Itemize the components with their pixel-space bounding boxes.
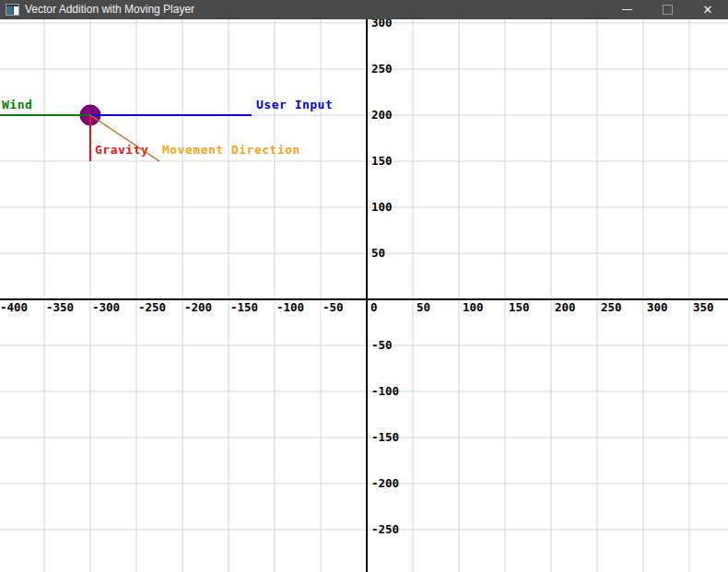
- window-controls: ✕: [606, 0, 728, 19]
- vector-label-wind: Wind: [2, 98, 32, 111]
- x-tick-label--250: -250: [138, 300, 166, 314]
- window-title: Vector Addition with Moving Player: [25, 0, 606, 19]
- app-icon-top-strip: [6, 5, 18, 6]
- app-icon: [6, 4, 19, 16]
- y-tick-label-250: 250: [371, 62, 393, 76]
- x-tick-label--150: -150: [230, 300, 258, 314]
- y-tick-label--200: -200: [371, 476, 399, 490]
- y-tick-label--100: -100: [371, 384, 399, 398]
- y-tick-label-150: 150: [371, 154, 393, 168]
- x-tick-label-200: 200: [555, 300, 576, 314]
- x-tick-label--350: -350: [46, 300, 74, 314]
- y-tick-label-200: 200: [371, 108, 393, 122]
- x-tick-label-50: 50: [417, 300, 430, 314]
- plot-canvas[interactable]: -400-350-300-250-200-150-100-50050100150…: [0, 19, 728, 572]
- plot-svg: -400-350-300-250-200-150-100-50050100150…: [0, 19, 728, 572]
- vector-label-gravity: Gravity: [95, 143, 148, 157]
- y-tick-label--150: -150: [371, 430, 399, 444]
- y-tick-label-100: 100: [371, 200, 393, 214]
- x-tick-label--50: -50: [323, 300, 344, 314]
- maximize-button[interactable]: [647, 0, 687, 19]
- minimize-button[interactable]: [606, 0, 647, 19]
- x-tick-label--200: -200: [184, 300, 212, 314]
- maximize-icon: [663, 5, 673, 15]
- vector-label-movement-direction: Movement Direction: [162, 143, 300, 157]
- x-tick-label-350: 350: [693, 300, 714, 314]
- x-tick-label--300: -300: [92, 300, 120, 314]
- close-button[interactable]: ✕: [687, 0, 728, 19]
- x-tick-label-100: 100: [463, 300, 484, 314]
- y-tick-label--250: -250: [371, 522, 399, 536]
- x-tick-label-300: 300: [647, 300, 668, 314]
- x-tick-label-250: 250: [601, 300, 622, 314]
- y-tick-label--50: -50: [371, 338, 393, 352]
- x-tick-label--100: -100: [276, 300, 304, 314]
- y-tick-label-50: 50: [371, 246, 385, 260]
- minimize-icon: [622, 9, 632, 10]
- x-tick-label-150: 150: [509, 300, 530, 314]
- close-icon: ✕: [703, 0, 713, 19]
- title-bar: Vector Addition with Moving Player ✕: [0, 0, 728, 19]
- app-window: Vector Addition with Moving Player ✕ -40…: [0, 0, 728, 572]
- x-tick-label--400: -400: [0, 300, 28, 314]
- vector-label-user-input: User Input: [256, 98, 333, 111]
- x-tick-label-0: 0: [370, 300, 378, 314]
- y-tick-label-300: 300: [371, 19, 393, 29]
